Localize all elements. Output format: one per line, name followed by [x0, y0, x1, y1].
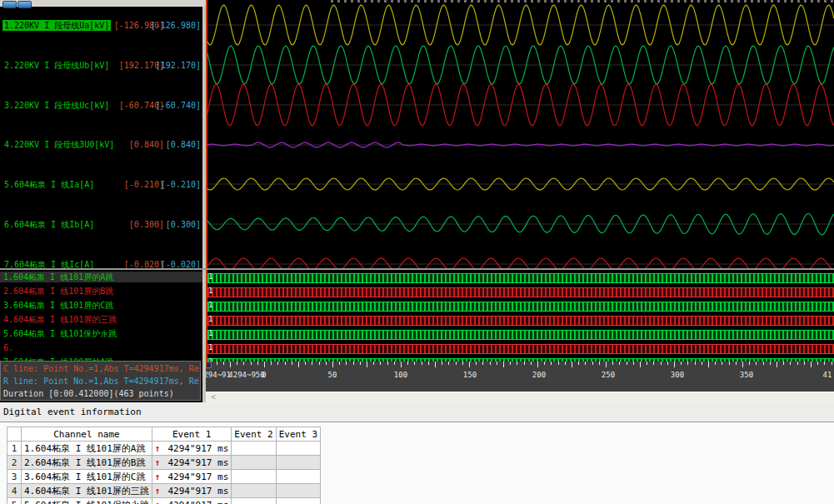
- axis-tick: [442, 362, 442, 365]
- horizontal-scrollbar[interactable]: <: [206, 392, 834, 402]
- analog-channel-label: 1.220KV I 段母线Ua[kV]: [2, 20, 111, 31]
- axis-tick: [777, 362, 777, 367]
- digital-state-bar: [207, 330, 834, 340]
- axis-tick: [428, 362, 429, 365]
- event-panel-title: Digital event information: [3, 407, 142, 417]
- event-row-number: 3: [7, 470, 22, 484]
- digital-channel-row[interactable]: 2.604柘泉 I 线101屏的B跳: [0, 286, 202, 297]
- axis-tick: [237, 362, 237, 365]
- axis-tick: [551, 362, 552, 365]
- axis-tick-label: 50: [328, 371, 337, 379]
- axis-tick: [462, 362, 463, 365]
- event2-cell: [232, 498, 276, 504]
- analog-channel-row[interactable]: 5.604柘泉 I 线Ia[A][-0.210][-0.210]: [0, 179, 202, 190]
- digital-channel-row[interactable]: 6.: [0, 342, 202, 353]
- axis-tick: [756, 362, 757, 365]
- toolbar: [0, 0, 206, 7]
- analog-value-r: [0.840]: [166, 139, 201, 150]
- axis-tick: [305, 362, 306, 365]
- waveform-panel[interactable]: 1111111 4294~914294~95005010015020025030…: [206, 0, 834, 402]
- event-table-row[interactable]: 33.604柘泉 I 线101屏的C跳↑4294"917 ms: [7, 470, 321, 484]
- analog-channel-label: 3.220KV I 段母线Uc[kV]: [2, 100, 111, 111]
- event1-cell: ↑4294"917 ms: [152, 470, 231, 484]
- event-row-number: 4: [7, 484, 22, 498]
- event-table-row[interactable]: 44.604柘泉 I 线101屏的三跳↑4294"917 ms: [7, 484, 321, 498]
- axis-tick-label: 100: [394, 371, 407, 379]
- event2-cell: [232, 456, 276, 470]
- axis-tick: [401, 362, 402, 367]
- analog-channel-row[interactable]: 3.220KV I 段母线Uc[kV][-60.740][-60.740]: [0, 100, 202, 111]
- axis-tick: [647, 362, 647, 365]
- axis-tick: [824, 362, 825, 365]
- toolbar-button-2-icon[interactable]: [17, 1, 32, 8]
- digital-channel-row[interactable]: 1.604柘泉 I 线101屏的A跳: [0, 272, 202, 282]
- c-cursor-line[interactable]: [206, 0, 207, 362]
- analog-channel-row[interactable]: 6.604柘泉 I 线Ib[A][0.300][0.300]: [0, 219, 202, 230]
- digital-channel-row[interactable]: 3.604柘泉 I 线101屏的C跳: [0, 300, 202, 311]
- event3-cell: [276, 470, 320, 484]
- axis-tick: [619, 362, 620, 365]
- axis-tick: [749, 362, 750, 365]
- event1-time: 4294"917 ms: [167, 443, 228, 454]
- digital-trace-row: 1: [206, 302, 834, 315]
- digital-state-flag: 1: [208, 272, 212, 281]
- axis-tick: [729, 362, 730, 365]
- axis-tick: [804, 362, 805, 365]
- digital-state-bar: [207, 344, 834, 354]
- digital-trace-row: 1: [206, 316, 834, 329]
- axis-tick: [797, 362, 798, 365]
- event-table-row[interactable]: 55.604柘泉 I 线101保护永跳↑4294"917 ms: [7, 498, 321, 504]
- digital-state-flag: 1: [208, 329, 212, 337]
- axis-tick: [592, 362, 593, 365]
- scroll-left-icon[interactable]: <: [211, 392, 216, 402]
- event1-time: 4294"917 ms: [167, 472, 228, 482]
- axis-tick: [667, 362, 668, 365]
- digital-channel-row[interactable]: 4.604柘泉 I 线101屏的三跳: [0, 314, 202, 325]
- analog-channel-row[interactable]: 2.220KV I 段母线Ub[kV][192.170][192.170]: [0, 60, 202, 71]
- axis-tick: [271, 362, 272, 365]
- axis-tick: [298, 362, 299, 367]
- rising-edge-icon: ↑: [155, 500, 161, 504]
- axis-tick: [612, 362, 613, 365]
- axis-tick: [469, 362, 470, 367]
- toolbar-button-1-icon[interactable]: [2, 1, 17, 8]
- analog-channel-row[interactable]: 1.220KV I 段母线Ua[kV][-126.980][-126.980]: [0, 20, 202, 31]
- event-channel-name: 5.604柘泉 I 线101保护永跳: [22, 498, 152, 504]
- analog-value-r: [192.170]: [156, 60, 201, 71]
- channel-list-panel: 1.220KV I 段母线Ua[kV][-126.980][-126.980]2…: [0, 7, 202, 402]
- digital-state-bar: [207, 287, 834, 297]
- digital-trace-row: 1: [206, 330, 834, 343]
- axis-tick: [832, 362, 832, 365]
- axis-tick: [332, 362, 333, 367]
- event-table-row[interactable]: 11.604柘泉 I 线101屏的A跳↑4294"917 ms: [7, 442, 321, 456]
- axis-tick-label: 300: [671, 371, 684, 379]
- analog-waveform: [206, 258, 834, 268]
- axis-tick: [544, 362, 545, 365]
- digital-channel-row[interactable]: 5.604柘泉 I 线101保护永跳: [0, 328, 202, 339]
- analog-channel-label: 5.604柘泉 I 线Ia[A]: [2, 179, 96, 190]
- axis-tick: [811, 362, 812, 367]
- col-header-event2: Event 2: [232, 427, 276, 442]
- event1-time: 4294"917 ms: [167, 486, 228, 497]
- axis-tick: [230, 362, 231, 367]
- axis-tick: [585, 362, 586, 365]
- event-channel-name: 2.604柘泉 I 线101屏的B跳: [22, 456, 152, 470]
- event1-time: 4294"917 ms: [167, 457, 228, 468]
- axis-tick: [367, 362, 367, 367]
- analog-channel-row[interactable]: 4.220KV I 段母线3U0[kV][0.840][0.840]: [0, 139, 202, 150]
- event-table-row[interactable]: 22.604柘泉 I 线101屏的B跳↑4294"917 ms: [7, 456, 321, 470]
- col-header-channel-name: Channel name: [22, 427, 152, 442]
- axis-tick: [606, 362, 607, 367]
- event3-cell: [276, 456, 320, 470]
- axis-tick: [783, 362, 784, 365]
- time-axis[interactable]: 4294~914294~95005010015020025030035041: [206, 362, 834, 392]
- axis-tick: [456, 362, 457, 365]
- cursor-marker-icon[interactable]: [206, 362, 212, 368]
- event-channel-name: 3.604柘泉 I 线101屏的C跳: [22, 470, 152, 484]
- digital-state-flag: 1: [208, 287, 212, 295]
- event3-cell: [276, 484, 320, 498]
- axis-tick: [722, 362, 722, 365]
- axis-tick-label: 0: [262, 371, 266, 379]
- axis-tick-label: 200: [532, 371, 546, 379]
- axis-tick: [565, 362, 566, 365]
